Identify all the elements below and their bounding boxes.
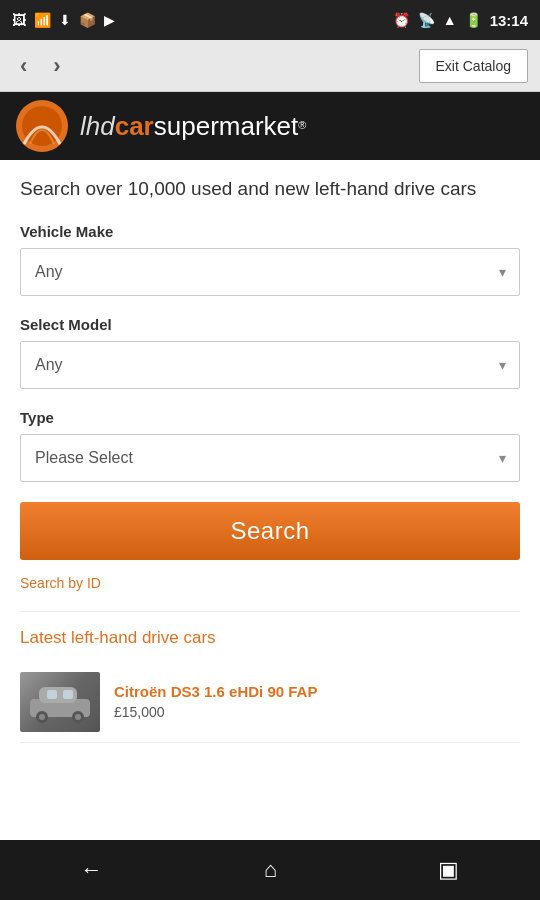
play-icon: ▶ xyxy=(104,12,115,28)
alarm-icon: ⏰ xyxy=(393,12,410,28)
recent-nav-button[interactable]: ▣ xyxy=(418,849,479,891)
navigation-bar: ‹ › Exit Catalog xyxy=(0,40,540,92)
car-name: Citroën DS3 1.6 eHDi 90 FAP xyxy=(114,683,520,700)
select-model-select[interactable]: Any xyxy=(20,341,520,389)
status-right: ⏰ 📡 ▲ 🔋 13:14 xyxy=(393,12,528,29)
logo-bar: lhdcarsupermarket® xyxy=(0,92,540,160)
logo-reg: ® xyxy=(298,118,306,130)
search-headline: Search over 10,000 used and new left-han… xyxy=(20,176,520,203)
logo-lhd: lhd xyxy=(80,111,115,141)
logo-car: car xyxy=(115,111,154,141)
search-by-id-link[interactable]: Search by ID xyxy=(20,575,101,591)
vehicle-make-select[interactable]: Any xyxy=(20,248,520,296)
image-icon: 🖼 xyxy=(12,12,26,28)
select-model-label: Select Model xyxy=(20,316,520,333)
wifi-icon: 📡 xyxy=(418,12,435,28)
status-bar: 🖼 📶 ⬇ 📦 ▶ ⏰ 📡 ▲ 🔋 13:14 xyxy=(0,0,540,40)
car-info: Citroën DS3 1.6 eHDi 90 FAP £15,000 xyxy=(114,683,520,720)
car-price: £15,000 xyxy=(114,704,520,720)
car-listing-item[interactable]: Citroën DS3 1.6 eHDi 90 FAP £15,000 xyxy=(20,662,520,743)
type-select[interactable]: Please Select xyxy=(20,434,520,482)
forward-arrow[interactable]: › xyxy=(45,49,68,83)
logo-text: lhdcarsupermarket® xyxy=(80,111,306,142)
exit-catalog-button[interactable]: Exit Catalog xyxy=(419,49,528,83)
home-nav-button[interactable]: ⌂ xyxy=(244,849,297,891)
battery-icon: 🔋 xyxy=(465,12,482,28)
nav-arrows: ‹ › xyxy=(12,49,69,83)
logo-icon xyxy=(16,100,68,152)
search-button[interactable]: Search xyxy=(20,502,520,560)
clock: 13:14 xyxy=(490,12,528,29)
car-silhouette-icon xyxy=(25,677,95,727)
main-content: Search over 10,000 used and new left-han… xyxy=(0,160,540,840)
back-arrow[interactable]: ‹ xyxy=(12,49,35,83)
signal-icon: 📶 xyxy=(34,12,51,28)
logo-supermarket: supermarket xyxy=(154,111,299,141)
svg-point-7 xyxy=(75,714,81,720)
select-model-wrapper: Any ▾ xyxy=(20,341,520,389)
cellular-icon: ▲ xyxy=(443,12,457,28)
car-thumbnail xyxy=(20,672,100,732)
svg-rect-9 xyxy=(63,690,73,699)
type-wrapper: Please Select ▾ xyxy=(20,434,520,482)
download-icon: ⬇ xyxy=(59,12,71,28)
latest-heading: Latest left-hand drive cars xyxy=(20,611,520,648)
svg-point-6 xyxy=(39,714,45,720)
car-thumb-inner xyxy=(20,672,100,732)
vehicle-make-label: Vehicle Make xyxy=(20,223,520,240)
back-nav-button[interactable]: ← xyxy=(61,849,123,891)
bottom-nav: ← ⌂ ▣ xyxy=(0,840,540,900)
svg-rect-8 xyxy=(47,690,57,699)
package-icon: 📦 xyxy=(79,12,96,28)
status-icons: 🖼 📶 ⬇ 📦 ▶ xyxy=(12,12,115,28)
vehicle-make-wrapper: Any ▾ xyxy=(20,248,520,296)
type-label: Type xyxy=(20,409,520,426)
